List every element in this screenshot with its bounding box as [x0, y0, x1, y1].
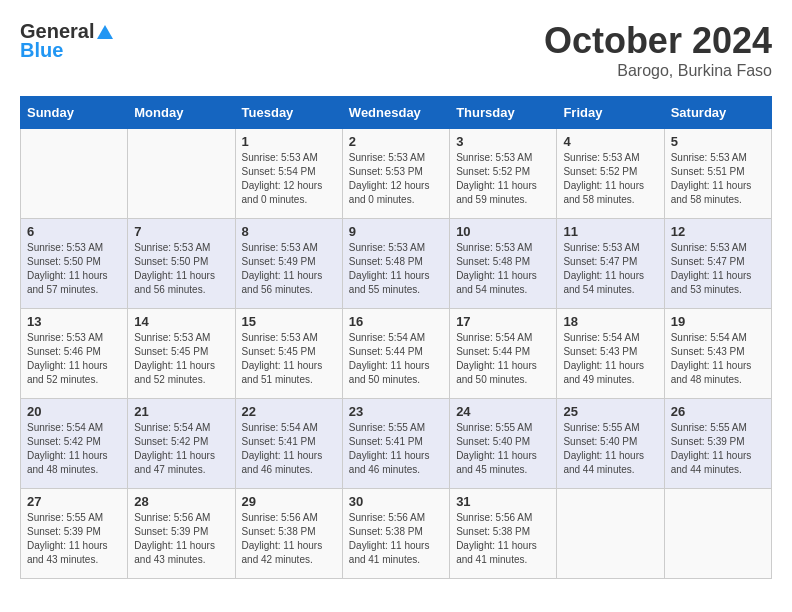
day-info: Sunrise: 5:55 AM Sunset: 5:40 PM Dayligh… — [563, 421, 657, 477]
calendar-week-row: 20Sunrise: 5:54 AM Sunset: 5:42 PM Dayli… — [21, 399, 772, 489]
day-info: Sunrise: 5:56 AM Sunset: 5:38 PM Dayligh… — [349, 511, 443, 567]
day-info: Sunrise: 5:53 AM Sunset: 5:45 PM Dayligh… — [242, 331, 336, 387]
logo: General Blue — [20, 20, 116, 62]
day-number: 7 — [134, 224, 228, 239]
weekday-header: Tuesday — [235, 97, 342, 129]
month-title: October 2024 — [544, 20, 772, 62]
calendar-week-row: 27Sunrise: 5:55 AM Sunset: 5:39 PM Dayli… — [21, 489, 772, 579]
day-number: 9 — [349, 224, 443, 239]
day-info: Sunrise: 5:53 AM Sunset: 5:48 PM Dayligh… — [456, 241, 550, 297]
day-number: 20 — [27, 404, 121, 419]
day-info: Sunrise: 5:54 AM Sunset: 5:43 PM Dayligh… — [671, 331, 765, 387]
day-info: Sunrise: 5:55 AM Sunset: 5:40 PM Dayligh… — [456, 421, 550, 477]
calendar-cell: 26Sunrise: 5:55 AM Sunset: 5:39 PM Dayli… — [664, 399, 771, 489]
calendar-cell — [557, 489, 664, 579]
weekday-row: SundayMondayTuesdayWednesdayThursdayFrid… — [21, 97, 772, 129]
location: Barogo, Burkina Faso — [544, 62, 772, 80]
day-info: Sunrise: 5:53 AM Sunset: 5:45 PM Dayligh… — [134, 331, 228, 387]
calendar-cell: 9Sunrise: 5:53 AM Sunset: 5:48 PM Daylig… — [342, 219, 449, 309]
svg-marker-0 — [97, 25, 113, 39]
calendar-cell: 27Sunrise: 5:55 AM Sunset: 5:39 PM Dayli… — [21, 489, 128, 579]
calendar-week-row: 1Sunrise: 5:53 AM Sunset: 5:54 PM Daylig… — [21, 129, 772, 219]
weekday-header: Wednesday — [342, 97, 449, 129]
day-info: Sunrise: 5:53 AM Sunset: 5:46 PM Dayligh… — [27, 331, 121, 387]
day-number: 21 — [134, 404, 228, 419]
calendar-week-row: 6Sunrise: 5:53 AM Sunset: 5:50 PM Daylig… — [21, 219, 772, 309]
calendar-body: 1Sunrise: 5:53 AM Sunset: 5:54 PM Daylig… — [21, 129, 772, 579]
day-info: Sunrise: 5:53 AM Sunset: 5:50 PM Dayligh… — [134, 241, 228, 297]
day-info: Sunrise: 5:55 AM Sunset: 5:41 PM Dayligh… — [349, 421, 443, 477]
day-info: Sunrise: 5:54 AM Sunset: 5:42 PM Dayligh… — [134, 421, 228, 477]
weekday-header: Friday — [557, 97, 664, 129]
day-number: 18 — [563, 314, 657, 329]
calendar-cell: 3Sunrise: 5:53 AM Sunset: 5:52 PM Daylig… — [450, 129, 557, 219]
calendar-cell: 24Sunrise: 5:55 AM Sunset: 5:40 PM Dayli… — [450, 399, 557, 489]
weekday-header: Saturday — [664, 97, 771, 129]
day-info: Sunrise: 5:53 AM Sunset: 5:51 PM Dayligh… — [671, 151, 765, 207]
day-number: 17 — [456, 314, 550, 329]
calendar-cell: 17Sunrise: 5:54 AM Sunset: 5:44 PM Dayli… — [450, 309, 557, 399]
calendar-cell: 25Sunrise: 5:55 AM Sunset: 5:40 PM Dayli… — [557, 399, 664, 489]
calendar-cell: 20Sunrise: 5:54 AM Sunset: 5:42 PM Dayli… — [21, 399, 128, 489]
calendar-cell — [128, 129, 235, 219]
calendar-cell: 1Sunrise: 5:53 AM Sunset: 5:54 PM Daylig… — [235, 129, 342, 219]
calendar-cell: 18Sunrise: 5:54 AM Sunset: 5:43 PM Dayli… — [557, 309, 664, 399]
day-number: 29 — [242, 494, 336, 509]
day-number: 22 — [242, 404, 336, 419]
calendar-cell — [664, 489, 771, 579]
logo-blue-text: Blue — [20, 39, 63, 62]
day-info: Sunrise: 5:54 AM Sunset: 5:44 PM Dayligh… — [349, 331, 443, 387]
day-number: 6 — [27, 224, 121, 239]
calendar-cell: 14Sunrise: 5:53 AM Sunset: 5:45 PM Dayli… — [128, 309, 235, 399]
day-info: Sunrise: 5:56 AM Sunset: 5:38 PM Dayligh… — [456, 511, 550, 567]
calendar-cell: 12Sunrise: 5:53 AM Sunset: 5:47 PM Dayli… — [664, 219, 771, 309]
calendar-cell: 15Sunrise: 5:53 AM Sunset: 5:45 PM Dayli… — [235, 309, 342, 399]
calendar-cell: 22Sunrise: 5:54 AM Sunset: 5:41 PM Dayli… — [235, 399, 342, 489]
calendar-cell: 11Sunrise: 5:53 AM Sunset: 5:47 PM Dayli… — [557, 219, 664, 309]
day-info: Sunrise: 5:56 AM Sunset: 5:38 PM Dayligh… — [242, 511, 336, 567]
calendar-week-row: 13Sunrise: 5:53 AM Sunset: 5:46 PM Dayli… — [21, 309, 772, 399]
calendar-cell: 21Sunrise: 5:54 AM Sunset: 5:42 PM Dayli… — [128, 399, 235, 489]
day-info: Sunrise: 5:53 AM Sunset: 5:48 PM Dayligh… — [349, 241, 443, 297]
page-header: General Blue October 2024 Barogo, Burkin… — [20, 20, 772, 80]
day-number: 16 — [349, 314, 443, 329]
calendar-cell: 16Sunrise: 5:54 AM Sunset: 5:44 PM Dayli… — [342, 309, 449, 399]
calendar-cell — [21, 129, 128, 219]
day-number: 31 — [456, 494, 550, 509]
calendar-cell: 13Sunrise: 5:53 AM Sunset: 5:46 PM Dayli… — [21, 309, 128, 399]
day-number: 14 — [134, 314, 228, 329]
day-number: 11 — [563, 224, 657, 239]
day-number: 27 — [27, 494, 121, 509]
day-number: 19 — [671, 314, 765, 329]
day-number: 13 — [27, 314, 121, 329]
day-number: 12 — [671, 224, 765, 239]
day-info: Sunrise: 5:53 AM Sunset: 5:50 PM Dayligh… — [27, 241, 121, 297]
calendar-cell: 4Sunrise: 5:53 AM Sunset: 5:52 PM Daylig… — [557, 129, 664, 219]
day-info: Sunrise: 5:54 AM Sunset: 5:41 PM Dayligh… — [242, 421, 336, 477]
calendar-cell: 31Sunrise: 5:56 AM Sunset: 5:38 PM Dayli… — [450, 489, 557, 579]
day-number: 15 — [242, 314, 336, 329]
day-info: Sunrise: 5:53 AM Sunset: 5:47 PM Dayligh… — [563, 241, 657, 297]
calendar-cell: 10Sunrise: 5:53 AM Sunset: 5:48 PM Dayli… — [450, 219, 557, 309]
day-info: Sunrise: 5:54 AM Sunset: 5:42 PM Dayligh… — [27, 421, 121, 477]
calendar-cell: 7Sunrise: 5:53 AM Sunset: 5:50 PM Daylig… — [128, 219, 235, 309]
day-info: Sunrise: 5:53 AM Sunset: 5:54 PM Dayligh… — [242, 151, 336, 207]
day-info: Sunrise: 5:53 AM Sunset: 5:53 PM Dayligh… — [349, 151, 443, 207]
day-info: Sunrise: 5:53 AM Sunset: 5:52 PM Dayligh… — [563, 151, 657, 207]
day-number: 5 — [671, 134, 765, 149]
title-block: October 2024 Barogo, Burkina Faso — [544, 20, 772, 80]
calendar-header: SundayMondayTuesdayWednesdayThursdayFrid… — [21, 97, 772, 129]
calendar-cell: 23Sunrise: 5:55 AM Sunset: 5:41 PM Dayli… — [342, 399, 449, 489]
calendar-table: SundayMondayTuesdayWednesdayThursdayFrid… — [20, 96, 772, 579]
day-info: Sunrise: 5:54 AM Sunset: 5:44 PM Dayligh… — [456, 331, 550, 387]
logo-triangle-icon — [96, 23, 114, 41]
weekday-header: Sunday — [21, 97, 128, 129]
day-number: 1 — [242, 134, 336, 149]
day-info: Sunrise: 5:56 AM Sunset: 5:39 PM Dayligh… — [134, 511, 228, 567]
weekday-header: Thursday — [450, 97, 557, 129]
day-number: 28 — [134, 494, 228, 509]
day-number: 26 — [671, 404, 765, 419]
day-number: 10 — [456, 224, 550, 239]
day-number: 3 — [456, 134, 550, 149]
calendar-cell: 8Sunrise: 5:53 AM Sunset: 5:49 PM Daylig… — [235, 219, 342, 309]
